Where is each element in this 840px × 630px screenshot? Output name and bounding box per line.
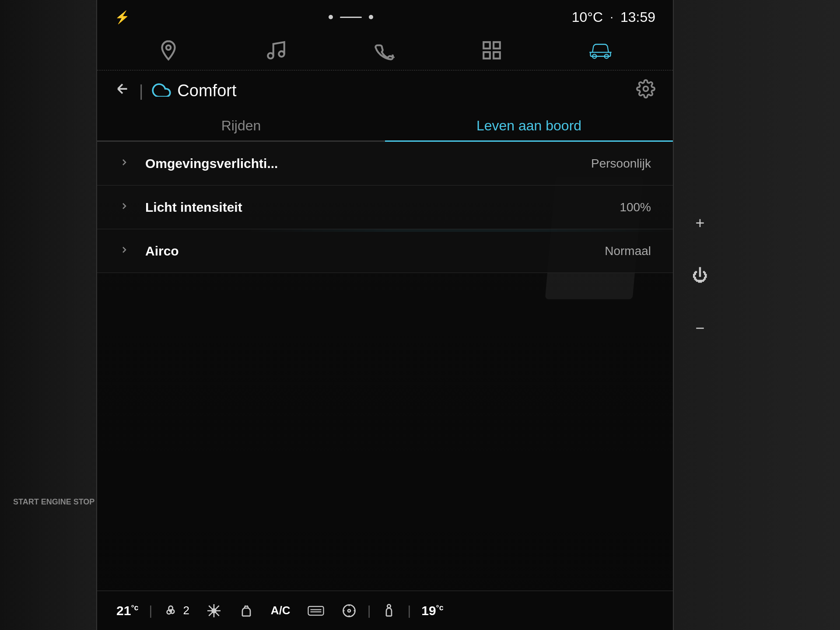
volume-up-button[interactable]: +: [687, 210, 713, 236]
cloud-icon-wrapper: Comfort: [152, 81, 236, 101]
bottom-bar: 21°c | 2: [97, 591, 673, 630]
chevron-icon-2: [119, 200, 132, 214]
signal-icon: ⚡: [115, 10, 130, 24]
status-dot-separator: ·: [610, 10, 613, 24]
menu-label-licht-intensiteit: Licht intensiteit: [145, 200, 620, 215]
tab-leven[interactable]: Leven aan boord: [385, 111, 673, 142]
ac-label: A/C: [271, 604, 290, 617]
nav-tab-apps[interactable]: [472, 35, 511, 66]
header-left: | Comfort: [115, 81, 237, 101]
fan-control[interactable]: 2: [157, 603, 195, 619]
engine-start-label: START ENGINE STOP: [13, 497, 94, 508]
temperature-display: 10°C: [572, 9, 603, 25]
fan-level-value: 2: [183, 604, 189, 617]
header-area: | Comfort: [97, 70, 673, 111]
bottom-separator-1: |: [149, 603, 153, 618]
menu-list: Omgevingsverlichti... Persoonlijk Licht …: [97, 142, 673, 273]
passenger-control[interactable]: [375, 603, 403, 619]
temp-right-display[interactable]: 19°c: [415, 603, 450, 618]
svg-point-15: [343, 605, 355, 616]
temp-left-unit: °c: [131, 603, 138, 612]
header-divider: |: [139, 82, 143, 100]
fan-icon: [163, 603, 178, 619]
menu-item-licht-intensiteit[interactable]: Licht intensiteit 100%: [97, 186, 673, 229]
rear-defrost-icon: [307, 603, 325, 619]
seat-heat-left-icon: [238, 603, 254, 619]
time-display: 13:59: [620, 9, 655, 25]
tab-rijden[interactable]: Rijden: [97, 111, 385, 142]
nav-tab-location[interactable]: [149, 35, 188, 66]
sub-tabs: Rijden Leven aan boord: [97, 111, 673, 142]
volume-controls: + ⏻ −: [687, 210, 713, 341]
temp-right-unit: °c: [436, 603, 444, 612]
status-left: ⚡: [115, 10, 130, 24]
steering-heat-control[interactable]: [335, 603, 363, 619]
nav-tab-media[interactable]: [256, 35, 296, 66]
seat-heat-left[interactable]: [232, 603, 260, 619]
svg-point-17: [388, 604, 391, 608]
defrost-icon: [206, 603, 222, 619]
main-screen: ⚡ 10°C · 13:59: [96, 0, 674, 630]
temp-right-value: 19°c: [421, 603, 444, 618]
status-center: [329, 15, 373, 19]
left-panel: START ENGINE STOP: [0, 0, 96, 630]
menu-label-omgevingsverlichting: Omgevingsverlichti...: [145, 156, 591, 171]
back-button[interactable]: [115, 81, 130, 101]
cloud-icon: [152, 81, 171, 101]
temp-left-value: 21°c: [116, 603, 139, 618]
menu-value-airco: Normaal: [605, 244, 651, 258]
status-bar: ⚡ 10°C · 13:59: [97, 0, 673, 31]
status-dot-right: [369, 15, 373, 19]
svg-point-1: [268, 53, 274, 59]
svg-rect-5: [483, 52, 490, 59]
svg-rect-4: [494, 42, 500, 49]
svg-rect-3: [483, 42, 490, 49]
svg-point-2: [279, 51, 285, 56]
svg-rect-12: [308, 606, 323, 615]
bottom-separator-3: |: [407, 603, 411, 618]
nav-tab-car[interactable]: [580, 35, 621, 66]
svg-point-9: [644, 87, 648, 91]
chevron-icon-3: [119, 244, 132, 258]
nav-tab-phone[interactable]: [364, 35, 403, 66]
chevron-icon-1: [119, 157, 132, 171]
menu-label-airco: Airco: [145, 244, 605, 259]
power-button[interactable]: ⏻: [687, 262, 713, 289]
content-area: Omgevingsverlichti... Persoonlijk Licht …: [97, 142, 673, 591]
status-line: [340, 17, 362, 18]
menu-value-licht-intensiteit: 100%: [620, 200, 651, 214]
nav-tabs: [97, 31, 673, 70]
volume-down-button[interactable]: −: [687, 315, 713, 341]
settings-button[interactable]: [636, 79, 655, 102]
status-right: 10°C · 13:59: [572, 9, 655, 25]
menu-item-airco[interactable]: Airco Normaal: [97, 229, 673, 273]
temp-left-display[interactable]: 21°c: [110, 603, 145, 618]
menu-item-omgevingsverlichting[interactable]: Omgevingsverlichti... Persoonlijk: [97, 142, 673, 186]
svg-point-0: [166, 46, 171, 50]
bottom-separator-2: |: [368, 603, 371, 618]
menu-value-omgevingsverlichting: Persoonlijk: [591, 157, 651, 171]
status-dot-left: [329, 15, 333, 19]
rear-defrost-control[interactable]: [301, 603, 331, 619]
passenger-icon: [381, 603, 397, 619]
svg-point-16: [348, 609, 350, 612]
defrost-control[interactable]: [200, 603, 228, 619]
steering-heat-icon: [341, 603, 357, 619]
ac-button[interactable]: A/C: [265, 604, 297, 617]
svg-point-10: [170, 609, 172, 612]
page-title: Comfort: [177, 81, 236, 100]
svg-rect-6: [494, 52, 500, 59]
